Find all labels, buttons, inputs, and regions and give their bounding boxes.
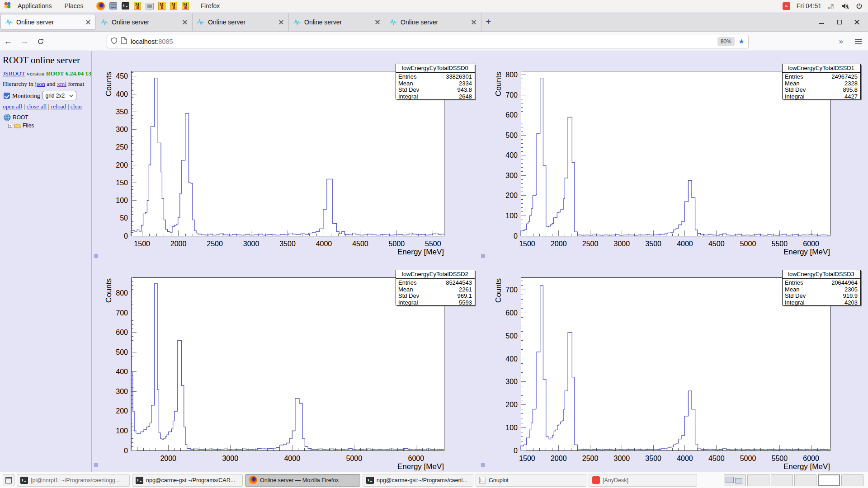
- stat-value: 24967425: [831, 73, 858, 80]
- workspace-cell-1[interactable]: [724, 474, 746, 486]
- url-bar[interactable]: localhost:8085 80% ★: [107, 35, 749, 48]
- layout-select[interactable]: grid 2x2: [42, 91, 77, 100]
- tab-online-server-2[interactable]: Online server: [96, 13, 193, 31]
- midas-icon[interactable]: [134, 2, 141, 10]
- plot-pad-DSSD2[interactable]: 2000300040005000600001002003004005006007…: [92, 256, 483, 472]
- tree-item-root[interactable]: ROOT: [4, 114, 91, 121]
- monitoring-checkbox[interactable]: [4, 93, 10, 99]
- tab-online-server-5[interactable]: Online server: [385, 13, 481, 31]
- taskbar-window-5[interactable]: Gnuplot: [476, 474, 586, 487]
- tab-online-server-1[interactable]: Online server: [0, 14, 96, 30]
- pad-separator-handle[interactable]: [481, 463, 485, 467]
- stat-label: Std Dev: [785, 86, 806, 93]
- gnuplot-icon: [479, 477, 486, 483]
- svg-text:3000: 3000: [243, 240, 259, 248]
- taskbar-window-4[interactable]: npg@carme-gsi:~/Programs/caenl...: [363, 474, 473, 487]
- histogram-DSSD0[interactable]: 1500200025003000350040004500500055000501…: [92, 51, 483, 256]
- zoom-level-badge[interactable]: 80%: [717, 37, 735, 46]
- workspace-cell-6[interactable]: [841, 474, 863, 486]
- tab-close-icon[interactable]: [375, 19, 380, 25]
- svg-text:400: 400: [116, 368, 128, 375]
- tab-close-icon[interactable]: [471, 19, 476, 25]
- maximize-button-icon[interactable]: [836, 19, 842, 25]
- tab-close-icon[interactable]: [182, 19, 188, 25]
- minimize-button-icon[interactable]: [819, 19, 825, 25]
- clear-link[interactable]: clear: [71, 103, 82, 110]
- stat-value: 33826301: [446, 73, 472, 80]
- plot-pad-DSSD3[interactable]: 1500200025003000350040004500500055006000…: [483, 256, 868, 472]
- stat-box-DSSD0[interactable]: lowEnergyEyTotalDSSD0Entries33826301Mean…: [396, 64, 476, 100]
- histogram-DSSD1[interactable]: 1500200025003000350040004500500055006000…: [483, 51, 868, 256]
- shield-icon[interactable]: [111, 37, 118, 46]
- json-link[interactable]: json: [35, 80, 45, 87]
- svg-text:700: 700: [505, 91, 518, 99]
- reload-link[interactable]: reload: [51, 103, 66, 110]
- taskbar-window-label: npg@carme-gsi:~/Programs/caenl...: [377, 477, 467, 483]
- screenshot-icon[interactable]: [146, 3, 154, 9]
- system-tray: » Fri 04:51 ?: [783, 2, 868, 10]
- jsroot-link[interactable]: JSROOT: [3, 70, 25, 77]
- back-button[interactable]: ←: [0, 37, 16, 47]
- tab-close-icon[interactable]: [85, 19, 91, 25]
- open-all-link[interactable]: open all: [3, 103, 22, 110]
- close-button-icon[interactable]: [854, 19, 860, 25]
- y-axis-title: Counts: [494, 278, 503, 303]
- svg-text:500: 500: [505, 131, 518, 139]
- histogram-DSSD3[interactable]: 1500200025003000350040004500500055006000…: [483, 256, 868, 472]
- workspace-cell-2[interactable]: [747, 474, 769, 486]
- menu-hamburger-icon[interactable]: [855, 39, 862, 44]
- workspace-cell-3[interactable]: [771, 474, 793, 486]
- firefox-icon[interactable]: [96, 2, 105, 10]
- plot-pad-DSSD1[interactable]: 1500200025003000350040004500500055006000…: [483, 51, 868, 256]
- expand-plus-icon[interactable]: [8, 124, 12, 128]
- bottom-taskbar: [pi@nnrpi1: ~/Programs/caenlogg...npg@ca…: [0, 472, 868, 488]
- file-cabinet-icon[interactable]: [109, 2, 117, 9]
- pad-separator-handle[interactable]: [94, 463, 98, 467]
- xml-link[interactable]: xml: [57, 80, 66, 87]
- bookmark-star-icon[interactable]: ★: [738, 38, 745, 45]
- places-menu[interactable]: Places: [58, 0, 90, 12]
- workspace-cell-4[interactable]: [794, 474, 816, 486]
- overflow-chevron-icon[interactable]: »: [839, 37, 843, 46]
- histogram-DSSD2[interactable]: 2000300040005000600001002003004005006007…: [92, 256, 483, 472]
- window-list-icon[interactable]: [3, 474, 14, 486]
- terminal-icon[interactable]: [122, 2, 129, 9]
- forward-button[interactable]: →: [16, 37, 33, 47]
- tab-online-server-4[interactable]: Online server: [289, 13, 385, 31]
- taskbar-window-2[interactable]: npg@carme-gsi:~/Programs/CAR...: [132, 474, 243, 487]
- plot-pad-DSSD0[interactable]: 1500200025003000350040004500500055000501…: [92, 51, 483, 256]
- midas-icon[interactable]: [158, 2, 165, 10]
- svg-text:600: 600: [505, 111, 518, 119]
- workspace-cell-5[interactable]: [818, 474, 840, 486]
- distro-logo-icon[interactable]: [4, 1, 11, 10]
- taskbar-window-6[interactable]: [AnyDesk]: [589, 474, 697, 487]
- stat-box-DSSD3[interactable]: lowEnergyEyTotalDSSD3Entries20644964Mean…: [782, 270, 862, 306]
- midas-icon[interactable]: [170, 2, 177, 10]
- applications-menu[interactable]: Applications: [11, 0, 58, 12]
- close-all-link[interactable]: close all: [27, 103, 47, 110]
- stat-box-DSSD2[interactable]: lowEnergyEyTotalDSSD2Entries85244543Mean…: [396, 270, 476, 306]
- pad-separator-handle[interactable]: [481, 254, 485, 258]
- stat-box-DSSD1[interactable]: lowEnergyEyTotalDSSD1Entries24967425Mean…: [782, 64, 862, 100]
- clock[interactable]: Fri 04:51: [797, 2, 821, 9]
- volume-muted-icon[interactable]: [842, 3, 849, 9]
- anydesk-tray-icon[interactable]: »: [783, 2, 790, 10]
- network-icon[interactable]: ?: [828, 3, 835, 9]
- stat-label: Entries: [398, 73, 417, 80]
- svg-text:800: 800: [505, 71, 518, 79]
- reload-button[interactable]: [33, 37, 49, 47]
- midas-icon[interactable]: [182, 2, 189, 10]
- power-icon[interactable]: [856, 3, 863, 9]
- tab-online-server-3[interactable]: Online server: [193, 13, 289, 31]
- pad-separator-handle[interactable]: [94, 254, 98, 258]
- active-window-title: Firefox: [201, 2, 220, 9]
- page-info-icon[interactable]: [121, 37, 127, 46]
- taskbar-window-3[interactable]: Online server — Mozilla Firefox: [245, 474, 360, 487]
- tab-close-icon[interactable]: [278, 19, 284, 25]
- taskbar-window-1[interactable]: [pi@nnrpi1: ~/Programs/caenlogg...: [17, 474, 130, 487]
- url-text[interactable]: localhost:8085: [131, 38, 714, 45]
- new-tab-button[interactable]: +: [481, 13, 495, 31]
- tree-item-files[interactable]: Files: [8, 122, 91, 129]
- svg-text:1500: 1500: [519, 455, 535, 462]
- svg-text:5500: 5500: [772, 240, 788, 248]
